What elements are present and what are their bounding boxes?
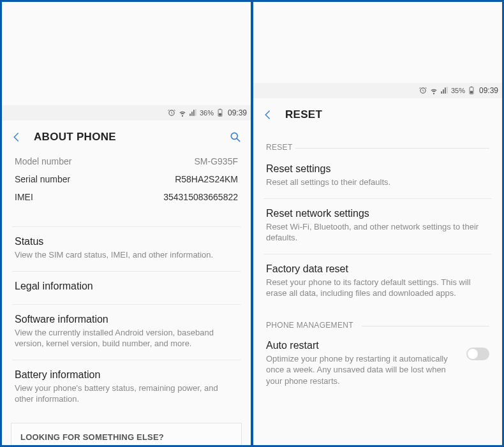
auto-restart-toggle[interactable] (466, 348, 489, 360)
info-row-imei: IMEI 354315083665822 (2, 188, 251, 206)
svg-rect-2 (219, 114, 221, 116)
svg-rect-6 (470, 91, 473, 94)
back-icon[interactable] (11, 131, 22, 143)
info-row-serial: Serial number R58HA2S24KM (2, 170, 251, 188)
battery-icon (467, 86, 476, 95)
battery-percent: 36% (200, 109, 214, 117)
item-software[interactable]: Software information View the currently … (2, 305, 251, 360)
signal-icon (440, 86, 449, 95)
item-auto-restart[interactable]: Auto restart Optimize your phone by rest… (253, 332, 502, 397)
app-bar: ABOUT PHONE (2, 121, 251, 154)
item-factory-reset[interactable]: Factory data reset Reset your phone to i… (253, 254, 502, 309)
wifi-icon (429, 86, 438, 95)
item-status[interactable]: Status View the SIM card status, IMEI, a… (2, 227, 251, 271)
battery-icon (216, 108, 225, 117)
item-reset-settings[interactable]: Reset settings Reset all settings to the… (253, 154, 502, 198)
item-battery[interactable]: Battery information View your phone's ba… (2, 360, 251, 415)
search-icon[interactable] (229, 131, 242, 143)
status-bar: 36% 09:39 (2, 105, 251, 121)
item-legal[interactable]: Legal information (2, 272, 251, 304)
item-reset-network[interactable]: Reset network settings Reset Wi-Fi, Blue… (253, 199, 502, 254)
page-title: ABOUT PHONE (34, 131, 116, 143)
svg-rect-5 (471, 87, 472, 87)
alarm-icon (419, 86, 427, 95)
clock-time: 09:39 (479, 86, 498, 95)
clock-time: 09:39 (228, 108, 247, 117)
status-bar: 35% 09:39 (253, 83, 502, 98)
back-icon[interactable] (262, 109, 274, 121)
alarm-icon (167, 108, 176, 117)
app-bar: RESET (253, 98, 502, 131)
section-reset: RESET (253, 131, 502, 154)
card-header: LOOKING FOR SOMETHING ELSE? (20, 432, 232, 442)
wifi-icon (178, 108, 187, 117)
page-title: RESET (285, 108, 322, 121)
section-phone-mgmt: PHONE MANAGEMENT (253, 309, 502, 332)
signal-icon (189, 108, 198, 117)
svg-point-3 (231, 133, 237, 139)
right-screen: risk 35% 09:39 RESET RESET Reset setting… (253, 2, 502, 445)
looking-for-card: LOOKING FOR SOMETHING ELSE? RESET CONTAC… (11, 423, 242, 445)
info-row-model: Model number SM-G935F (2, 152, 251, 170)
left-screen: PC 36% 09:39 ABOUT PHONE Model number SM… (2, 2, 251, 445)
svg-rect-1 (219, 109, 221, 110)
battery-percent: 35% (451, 87, 465, 94)
